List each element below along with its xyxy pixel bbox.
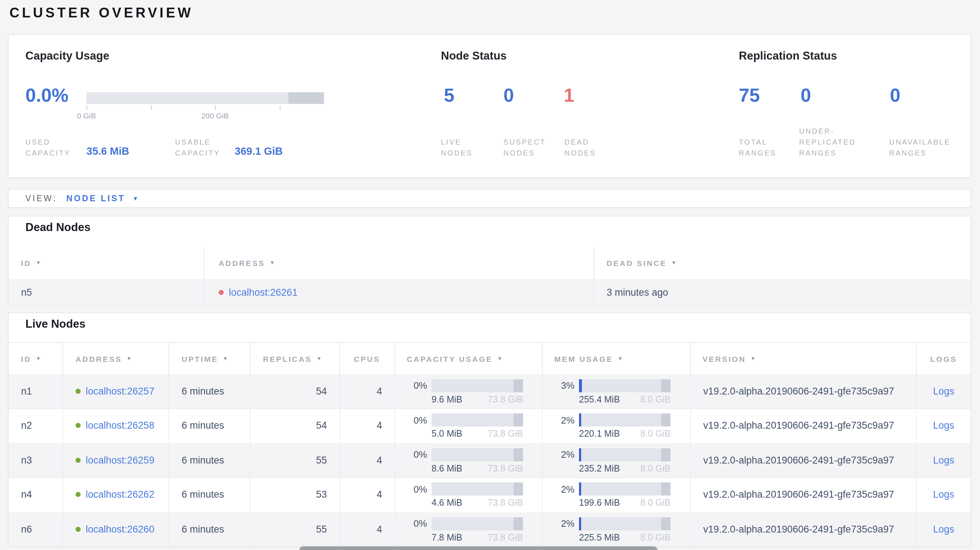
node-address-link[interactable]: localhost:26260	[86, 524, 154, 535]
replicas-count: 54	[251, 409, 340, 443]
live-status-dot	[76, 423, 81, 428]
logs-cell: Logs	[917, 409, 970, 443]
node-address-link[interactable]: localhost:26261	[229, 287, 298, 297]
view-dropdown[interactable]: NODE LIST	[67, 194, 125, 203]
capacity-usage-cell: 0% 4.6 MiB73.8 GiB	[395, 477, 542, 512]
capacity-bar	[431, 448, 523, 461]
column-header-dead-since[interactable]: DEAD SINCE▼	[594, 246, 970, 279]
sort-descending-icon: ▼	[617, 355, 624, 362]
column-header-replicas[interactable]: REPLICAS▼	[251, 343, 340, 374]
usable-capacity-label: USABLE CAPACITY	[175, 137, 220, 158]
version: v19.2.0-alpha.20190606-2491-gfe735c9a97	[691, 512, 917, 546]
dead-node-row: n5 localhost:26261 3 minutes ago	[9, 279, 970, 305]
column-header-address[interactable]: ADDRESS▼	[204, 246, 594, 279]
dead-nodes-header-row: ID▼ ADDRESS▼ DEAD SINCE▼	[9, 246, 970, 279]
logs-link[interactable]: Logs	[933, 524, 955, 535]
axis-tick	[280, 105, 280, 110]
mem-usage-cell: 2% 235.2 MiB8.0 GiB	[542, 443, 691, 477]
chevron-down-icon[interactable]: ▼	[132, 195, 138, 202]
column-header-id[interactable]: ID▼	[9, 343, 63, 374]
live-status-dot	[76, 389, 81, 394]
cpus-count: 4	[340, 477, 395, 512]
sort-descending-icon: ▼	[671, 259, 678, 266]
node-address-cell: localhost:26262	[63, 477, 169, 512]
logs-cell: Logs	[917, 477, 970, 512]
sort-descending-icon: ▼	[36, 355, 42, 362]
under-replicated-ranges-count: 0	[800, 84, 811, 107]
axis-tick	[86, 105, 87, 110]
column-header-mem-usage[interactable]: MEM USAGE▼	[542, 343, 691, 374]
column-header-cpus[interactable]: CPUS	[340, 343, 395, 374]
node-id: n6	[9, 512, 63, 546]
node-address-link[interactable]: localhost:26258	[86, 420, 154, 431]
node-id: n5	[9, 279, 204, 305]
column-header-address[interactable]: ADDRESS▼	[63, 343, 169, 374]
column-header-logs: LOGS	[917, 343, 970, 374]
node-address-cell: localhost:26259	[63, 443, 169, 477]
uptime: 6 minutes	[169, 477, 251, 512]
sort-descending-icon: ▼	[223, 355, 229, 362]
memory-bar	[579, 482, 671, 496]
dead-nodes-label: DEAD NODES	[565, 121, 596, 158]
node-address-link[interactable]: localhost:26257	[86, 386, 154, 397]
view-selector-bar: VIEW: NODE LIST ▼	[8, 189, 971, 208]
capacity-usage-cell: 0% 9.6 MiB73.8 GiB	[395, 374, 542, 409]
sort-descending-icon: ▼	[317, 355, 323, 362]
memory-bar	[579, 379, 671, 392]
horizontal-scrollbar-thumb[interactable]	[299, 546, 657, 550]
cpus-count: 4	[340, 409, 395, 443]
capacity-gauge-reserved-segment	[288, 92, 324, 104]
memory-bar	[579, 448, 671, 461]
live-status-dot	[76, 527, 81, 532]
sort-descending-icon: ▼	[269, 259, 276, 266]
version: v19.2.0-alpha.20190606-2491-gfe735c9a97	[691, 409, 917, 443]
live-nodes-heading: Live Nodes	[25, 317, 85, 331]
column-header-version[interactable]: VERSION▼	[691, 343, 917, 374]
cpus-count: 4	[340, 374, 395, 409]
column-header-uptime[interactable]: UPTIME▼	[169, 343, 251, 374]
version: v19.2.0-alpha.20190606-2491-gfe735c9a97	[691, 374, 917, 409]
sort-descending-icon: ▼	[126, 355, 133, 362]
logs-link[interactable]: Logs	[933, 420, 955, 431]
logs-link[interactable]: Logs	[933, 386, 955, 397]
column-header-capacity-usage[interactable]: CAPACITY USAGE▼	[395, 343, 542, 374]
under-replicated-ranges-label: UNDER- REPLICATED RANGES	[799, 121, 856, 158]
total-ranges-count: 75	[739, 84, 760, 107]
live-status-dot	[76, 458, 81, 463]
live-node-row: n6 localhost:26260 6 minutes 55 4 0% 7.8…	[9, 512, 970, 547]
dead-nodes-count: 1	[564, 84, 574, 107]
cpus-count: 4	[340, 512, 395, 546]
replicas-count: 53	[251, 477, 340, 512]
replicas-count: 55	[251, 443, 340, 477]
capacity-usage-title: Capacity Usage	[25, 49, 109, 62]
axis-tick-label: 0 GiB	[70, 111, 102, 120]
node-address-link[interactable]: localhost:26259	[86, 455, 154, 466]
summary-card: Capacity Usage 0.0% 0 GiB 200 GiB USED C…	[8, 34, 971, 178]
cluster-overview-page: CLUSTER OVERVIEW Capacity Usage 0.0% 0 G…	[0, 0, 980, 550]
logs-link[interactable]: Logs	[933, 455, 955, 466]
view-label: VIEW:	[25, 194, 57, 203]
memory-bar	[579, 413, 671, 426]
live-nodes-card: Live Nodes ID▼ ADDRESS▼ UPTIME▼ REPLICAS…	[8, 312, 971, 546]
axis-tick-label: 200 GiB	[193, 111, 237, 120]
unavailable-ranges-label: UNAVAILABLE RANGES	[889, 121, 951, 158]
node-address-link[interactable]: localhost:26262	[86, 490, 154, 500]
node-id: n2	[9, 409, 63, 443]
capacity-usage-cell: 0% 7.8 MiB73.8 GiB	[395, 512, 542, 546]
version: v19.2.0-alpha.20190606-2491-gfe735c9a97	[691, 443, 917, 477]
mem-usage-cell: 2% 199.6 MiB8.0 GiB	[542, 477, 691, 512]
node-status-title: Node Status	[441, 49, 507, 62]
unavailable-ranges-count: 0	[890, 84, 900, 107]
sort-descending-icon: ▼	[36, 259, 42, 266]
dead-nodes-heading: Dead Nodes	[25, 220, 91, 234]
uptime: 6 minutes	[169, 512, 251, 546]
capacity-gauge	[86, 92, 324, 104]
logs-cell: Logs	[917, 512, 970, 546]
cpus-count: 4	[340, 443, 395, 477]
node-address-cell: localhost:26261	[204, 279, 594, 305]
usable-capacity-value: 369.1 GiB	[235, 145, 283, 157]
suspect-nodes-count: 0	[503, 84, 514, 107]
column-header-id[interactable]: ID▼	[9, 246, 204, 279]
logs-link[interactable]: Logs	[933, 490, 955, 500]
node-address-cell: localhost:26258	[63, 409, 169, 443]
